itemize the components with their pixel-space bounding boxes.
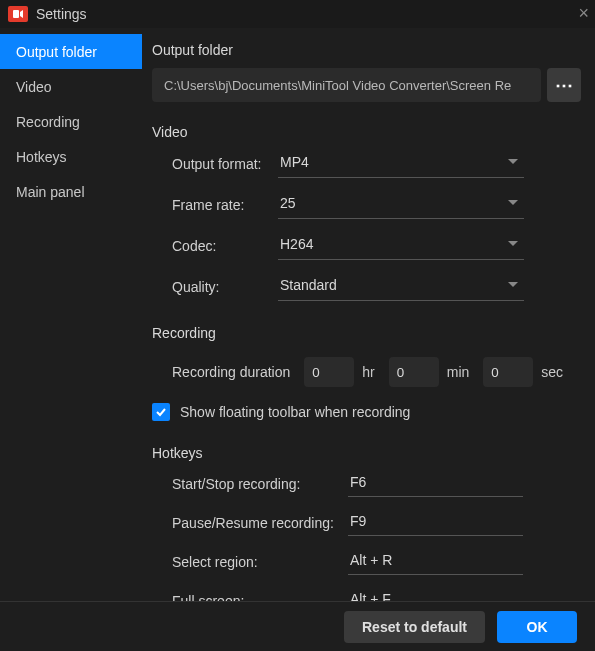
quality-value: Standard bbox=[280, 277, 337, 293]
sidebar-item-recording[interactable]: Recording bbox=[0, 104, 142, 139]
hotkey-value-text: F6 bbox=[350, 474, 366, 490]
hotkey-label: Select region: bbox=[152, 554, 348, 570]
titlebar: Settings × bbox=[0, 0, 595, 28]
sec-unit: sec bbox=[541, 364, 563, 380]
section-hotkeys: Hotkeys bbox=[152, 445, 581, 461]
frame-rate-select[interactable]: 25 bbox=[278, 191, 524, 219]
reset-button[interactable]: Reset to default bbox=[344, 611, 485, 643]
sidebar-item-hotkeys[interactable]: Hotkeys bbox=[0, 139, 142, 174]
hotkey-row: Select region:Alt + R bbox=[152, 549, 581, 575]
sidebar-item-main-panel[interactable]: Main panel bbox=[0, 174, 142, 209]
codec-select[interactable]: H264 bbox=[278, 232, 524, 260]
chevron-down-icon bbox=[508, 159, 518, 164]
hotkey-label: Pause/Resume recording: bbox=[152, 515, 348, 531]
content-pane: Output folder ⋯ Video Output format: MP4… bbox=[142, 28, 595, 601]
show-floating-checkbox[interactable] bbox=[152, 403, 170, 421]
codec-value: H264 bbox=[280, 236, 313, 252]
quality-select[interactable]: Standard bbox=[278, 273, 524, 301]
recording-duration-label: Recording duration bbox=[172, 364, 290, 380]
output-format-value: MP4 bbox=[280, 154, 309, 170]
codec-label: Codec: bbox=[152, 238, 278, 254]
svg-rect-0 bbox=[13, 10, 19, 18]
sidebar-item-label: Main panel bbox=[16, 184, 85, 200]
section-recording: Recording bbox=[152, 325, 581, 341]
hotkey-value-text: Alt + R bbox=[350, 552, 392, 568]
hotkey-value-text: F9 bbox=[350, 513, 366, 529]
browse-button[interactable]: ⋯ bbox=[547, 68, 581, 102]
show-floating-label: Show floating toolbar when recording bbox=[180, 404, 410, 420]
check-icon bbox=[155, 406, 167, 418]
duration-min-input[interactable] bbox=[389, 357, 439, 387]
hotkey-label: Start/Stop recording: bbox=[152, 476, 348, 492]
hotkey-value[interactable]: Alt + F bbox=[348, 588, 523, 601]
hotkey-value-text: Alt + F bbox=[350, 591, 391, 601]
hotkey-value[interactable]: F6 bbox=[348, 471, 523, 497]
frame-rate-value: 25 bbox=[280, 195, 296, 211]
hotkey-row: Start/Stop recording:F6 bbox=[152, 471, 581, 497]
hotkey-label: Full screen: bbox=[152, 593, 348, 601]
close-icon[interactable]: × bbox=[578, 4, 589, 22]
hotkey-value[interactable]: F9 bbox=[348, 510, 523, 536]
section-video: Video bbox=[152, 124, 581, 140]
footer: Reset to default OK bbox=[0, 601, 595, 651]
sidebar-item-label: Output folder bbox=[16, 44, 97, 60]
sidebar-item-video[interactable]: Video bbox=[0, 69, 142, 104]
chevron-down-icon bbox=[508, 200, 518, 205]
chevron-down-icon bbox=[508, 282, 518, 287]
output-path-input[interactable] bbox=[152, 68, 541, 102]
duration-hr-input[interactable] bbox=[304, 357, 354, 387]
hotkey-row: Full screen:Alt + F bbox=[152, 588, 581, 601]
ellipsis-icon: ⋯ bbox=[555, 74, 573, 96]
ok-button[interactable]: OK bbox=[497, 611, 577, 643]
chevron-down-icon bbox=[508, 241, 518, 246]
hotkey-row: Pause/Resume recording:F9 bbox=[152, 510, 581, 536]
sidebar-item-output-folder[interactable]: Output folder bbox=[0, 34, 142, 69]
output-format-select[interactable]: MP4 bbox=[278, 150, 524, 178]
quality-label: Quality: bbox=[152, 279, 278, 295]
section-output-folder: Output folder bbox=[152, 42, 581, 58]
frame-rate-label: Frame rate: bbox=[152, 197, 278, 213]
hotkey-value[interactable]: Alt + R bbox=[348, 549, 523, 575]
app-logo bbox=[8, 6, 28, 22]
window-title: Settings bbox=[36, 6, 87, 22]
hr-unit: hr bbox=[362, 364, 374, 380]
sidebar-item-label: Recording bbox=[16, 114, 80, 130]
output-format-label: Output format: bbox=[152, 156, 278, 172]
sidebar-item-label: Hotkeys bbox=[16, 149, 67, 165]
sidebar: Output folderVideoRecordingHotkeysMain p… bbox=[0, 28, 142, 601]
min-unit: min bbox=[447, 364, 470, 380]
duration-sec-input[interactable] bbox=[483, 357, 533, 387]
sidebar-item-label: Video bbox=[16, 79, 52, 95]
